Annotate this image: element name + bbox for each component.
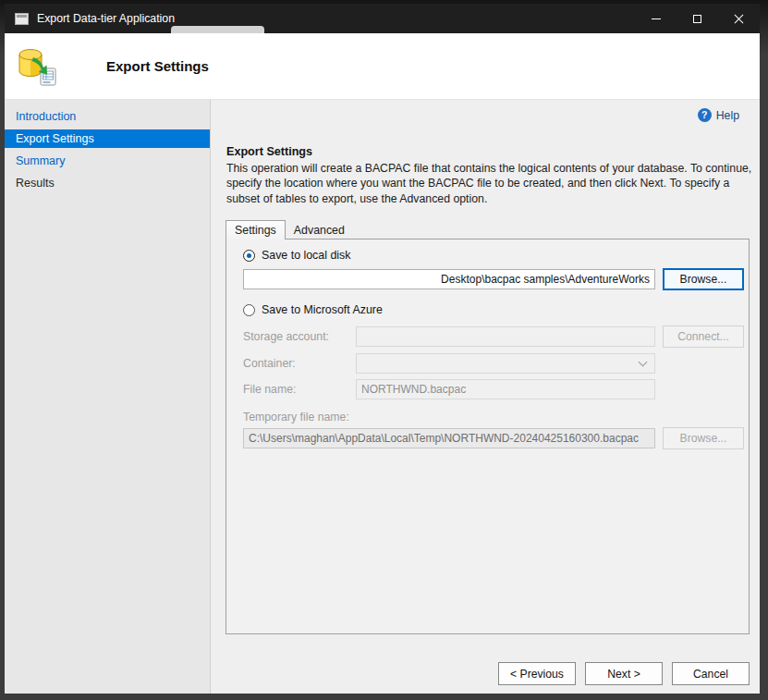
main-panel: ? Help Export Settings This operation wi… xyxy=(211,100,760,694)
window-title: Export Data-tier Application xyxy=(37,12,635,25)
step-results[interactable]: Results xyxy=(5,174,210,192)
tab-settings[interactable]: Settings xyxy=(226,220,286,239)
settings-tab-panel: Save to local disk Browse... Save to Mic… xyxy=(226,239,750,634)
close-icon xyxy=(733,13,745,25)
container-dropdown[interactable] xyxy=(356,353,655,374)
storage-account-row: Storage account: Connect... xyxy=(243,325,749,348)
previous-button[interactable]: < Previous xyxy=(498,662,576,685)
container-label: Container: xyxy=(243,357,356,370)
temp-file-label: Temporary file name: xyxy=(243,411,749,424)
storage-account-label: Storage account: xyxy=(243,330,356,343)
file-name-input[interactable] xyxy=(356,379,655,399)
file-name-label: File name: xyxy=(243,383,356,396)
dialog-body: Introduction Export Settings Summary Res… xyxy=(5,100,760,694)
help-label: Help xyxy=(716,109,739,122)
tab-strip: Settings Advanced xyxy=(226,220,353,239)
browse-local-button[interactable]: Browse... xyxy=(663,268,744,290)
close-button[interactable] xyxy=(718,4,760,33)
save-azure-option[interactable]: Save to Microsoft Azure xyxy=(243,303,749,316)
browse-temp-button[interactable]: Browse... xyxy=(663,427,744,449)
local-path-input[interactable] xyxy=(243,269,655,289)
save-azure-label: Save to Microsoft Azure xyxy=(262,303,383,316)
page-title: Export Settings xyxy=(226,145,312,158)
tab-advanced[interactable]: Advanced xyxy=(286,222,353,239)
maximize-icon xyxy=(693,15,701,23)
wizard-buttons: < Previous Next > Cancel xyxy=(498,662,750,685)
temp-file-input[interactable] xyxy=(243,428,655,448)
save-local-option[interactable]: Save to local disk xyxy=(243,249,749,262)
cancel-button[interactable]: Cancel xyxy=(672,662,750,685)
desktop-background: Export Data-tier Application xyxy=(0,0,768,700)
file-name-row: File name: xyxy=(243,379,749,399)
help-icon: ? xyxy=(698,108,712,122)
minimize-button[interactable] xyxy=(635,4,677,33)
help-link[interactable]: ? Help xyxy=(698,108,739,122)
chevron-down-icon xyxy=(639,358,648,367)
titlebar[interactable]: Export Data-tier Application xyxy=(5,4,760,33)
next-button[interactable]: Next > xyxy=(585,662,663,685)
local-path-row: Browse... xyxy=(243,268,749,290)
background-tab-artifact xyxy=(171,26,264,33)
wizard-steps-sidebar: Introduction Export Settings Summary Res… xyxy=(5,100,211,694)
export-data-tier-dialog: Export Data-tier Application xyxy=(5,4,760,694)
wizard-header: Export Settings xyxy=(5,33,760,100)
export-database-icon xyxy=(14,45,58,88)
save-azure-radio[interactable] xyxy=(243,304,255,316)
wizard-title: Export Settings xyxy=(106,58,209,74)
page-description: This operation will create a BACPAC file… xyxy=(226,161,759,206)
storage-account-input[interactable] xyxy=(356,326,655,347)
step-introduction[interactable]: Introduction xyxy=(5,107,210,126)
connect-button[interactable]: Connect... xyxy=(663,325,744,348)
temp-file-row: Browse... xyxy=(243,427,749,449)
minimize-icon xyxy=(652,18,661,19)
step-export-settings[interactable]: Export Settings xyxy=(5,129,210,148)
maximize-button[interactable] xyxy=(677,4,718,33)
save-local-label: Save to local disk xyxy=(262,249,350,262)
step-summary[interactable]: Summary xyxy=(5,152,210,170)
container-row: Container: xyxy=(243,353,749,374)
save-local-radio[interactable] xyxy=(243,250,255,262)
app-icon xyxy=(15,13,29,25)
